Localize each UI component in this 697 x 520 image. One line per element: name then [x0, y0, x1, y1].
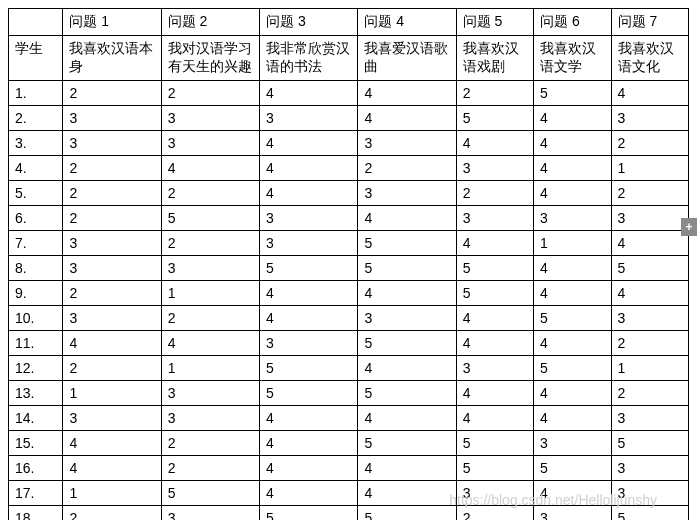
cell-value: 2 [456, 81, 533, 106]
cell-value: 2 [611, 381, 688, 406]
cell-value: 5 [456, 106, 533, 131]
cell-value: 3 [611, 456, 688, 481]
cell-value: 5 [161, 481, 259, 506]
cell-value: 3 [456, 156, 533, 181]
header-empty [9, 9, 63, 36]
cell-value: 5 [534, 81, 611, 106]
table-row: 9.2144544 [9, 281, 689, 306]
cell-value: 4 [161, 156, 259, 181]
cell-value: 4 [260, 306, 358, 331]
cell-value: 1 [161, 356, 259, 381]
cell-value: 4 [260, 431, 358, 456]
row-number: 9. [9, 281, 63, 306]
cell-value: 3 [260, 206, 358, 231]
cell-value: 3 [456, 356, 533, 381]
header-question-desc-3: 我非常欣赏汉语的书法 [260, 36, 358, 81]
row-number: 7. [9, 231, 63, 256]
cell-value: 3 [63, 106, 161, 131]
cell-value: 4 [260, 131, 358, 156]
row-number: 11. [9, 331, 63, 356]
row-number: 1. [9, 81, 63, 106]
cell-value: 2 [611, 181, 688, 206]
table-row: 11.4435442 [9, 331, 689, 356]
cell-value: 4 [358, 206, 456, 231]
cell-value: 3 [161, 256, 259, 281]
cell-value: 5 [534, 306, 611, 331]
cell-value: 3 [611, 406, 688, 431]
cell-value: 4 [358, 281, 456, 306]
cell-value: 4 [611, 281, 688, 306]
header-question-desc-5: 我喜欢汉语戏剧 [456, 36, 533, 81]
cell-value: 5 [611, 431, 688, 456]
header-question-6: 问题 6 [534, 9, 611, 36]
cell-value: 3 [63, 256, 161, 281]
cell-value: 3 [63, 231, 161, 256]
cell-value: 3 [63, 406, 161, 431]
row-number: 3. [9, 131, 63, 156]
row-number: 12. [9, 356, 63, 381]
header-question-5: 问题 5 [456, 9, 533, 36]
cell-value: 5 [358, 256, 456, 281]
cell-value: 4 [358, 456, 456, 481]
cell-value: 3 [456, 206, 533, 231]
cell-value: 4 [534, 106, 611, 131]
cell-value: 3 [534, 431, 611, 456]
cell-value: 4 [534, 156, 611, 181]
cell-value: 2 [161, 231, 259, 256]
cell-value: 2 [611, 331, 688, 356]
cell-value: 5 [456, 456, 533, 481]
cell-value: 5 [358, 331, 456, 356]
cell-value: 4 [534, 256, 611, 281]
cell-value: 4 [456, 331, 533, 356]
cell-value: 5 [358, 231, 456, 256]
cell-value: 3 [63, 131, 161, 156]
cell-value: 3 [161, 406, 259, 431]
row-number: 10. [9, 306, 63, 331]
cell-value: 2 [161, 81, 259, 106]
row-number: 14. [9, 406, 63, 431]
header-question-desc-7: 我喜欢汉语文化 [611, 36, 688, 81]
cell-value: 5 [161, 206, 259, 231]
header-question-7: 问题 7 [611, 9, 688, 36]
header-question-desc-6: 我喜欢汉语文学 [534, 36, 611, 81]
header-question-4: 问题 4 [358, 9, 456, 36]
cell-value: 2 [63, 356, 161, 381]
cell-value: 2 [63, 156, 161, 181]
cell-value: 3 [534, 206, 611, 231]
cell-value: 4 [260, 281, 358, 306]
table-row: 8.3355545 [9, 256, 689, 281]
header-question-2: 问题 2 [161, 9, 259, 36]
table-row: 14.3344443 [9, 406, 689, 431]
cell-value: 4 [534, 406, 611, 431]
cell-value: 4 [534, 181, 611, 206]
cell-value: 4 [260, 156, 358, 181]
cell-value: 4 [260, 81, 358, 106]
row-number: 4. [9, 156, 63, 181]
cell-value: 4 [161, 331, 259, 356]
cell-value: 2 [456, 181, 533, 206]
table-row: 18.2355235 [9, 506, 689, 521]
cell-value: 4 [456, 231, 533, 256]
cell-value: 5 [358, 431, 456, 456]
cell-value: 5 [260, 256, 358, 281]
row-number: 16. [9, 456, 63, 481]
row-number: 17. [9, 481, 63, 506]
table-row: 10.3243453 [9, 306, 689, 331]
cell-value: 4 [456, 381, 533, 406]
cell-value: 3 [358, 181, 456, 206]
cell-value: 4 [456, 406, 533, 431]
cell-value: 2 [63, 506, 161, 521]
cell-value: 2 [63, 206, 161, 231]
cell-value: 1 [63, 381, 161, 406]
cell-value: 5 [456, 431, 533, 456]
cell-value: 4 [534, 281, 611, 306]
cell-value: 3 [534, 506, 611, 521]
row-number: 8. [9, 256, 63, 281]
cell-value: 5 [611, 256, 688, 281]
cell-value: 3 [611, 306, 688, 331]
row-number: 6. [9, 206, 63, 231]
header-question-desc-2: 我对汉语学习有天生的兴趣 [161, 36, 259, 81]
cell-value: 1 [534, 231, 611, 256]
cell-value: 1 [63, 481, 161, 506]
cell-value: 4 [358, 81, 456, 106]
